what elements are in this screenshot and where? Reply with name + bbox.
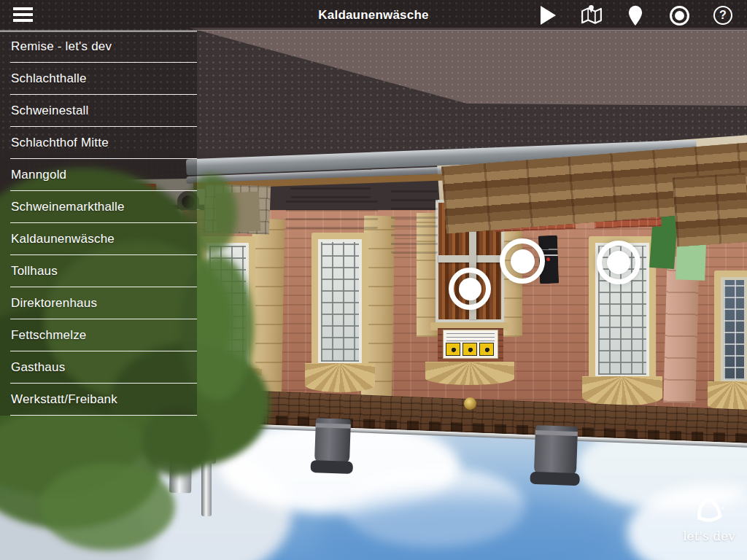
sidebar-item-label: Werkstatt/Freibank [11, 392, 117, 407]
sidebar-item-label: Gasthaus [11, 360, 65, 375]
help-button[interactable]: ? [712, 4, 734, 26]
tree-foliage-hanging [142, 407, 212, 476]
window-glass [318, 239, 362, 365]
sign-text-lines [446, 332, 495, 341]
hotspot-dot [459, 278, 481, 300]
sidebar-scene-item[interactable]: Kaldaunenwäsche [0, 223, 197, 255]
chimney-cap [310, 460, 353, 474]
help-icon: ? [713, 6, 732, 25]
sidebar-item-label: Manngold [11, 168, 66, 182]
location-pin-icon [627, 5, 643, 26]
sidebar-scene-item[interactable]: Schweinestall [0, 95, 197, 127]
sidebar-scene-item[interactable]: Schweinemarkthalle [0, 191, 197, 223]
sidebar-scene-item[interactable]: Direktorenhaus [0, 287, 197, 319]
sidebar-item-label: Schweinestall [11, 104, 89, 118]
chimney [534, 425, 578, 476]
window-arch [708, 381, 747, 411]
hotspot-dot [607, 251, 630, 274]
sidebar-item-label: Schlachthof Mitte [11, 136, 109, 150]
window-glass [721, 277, 747, 383]
chimney [314, 418, 351, 464]
sidebar-item-label: Kaldaunenwäsche [11, 232, 115, 246]
window-arch [305, 363, 375, 392]
record-button[interactable] [668, 4, 690, 26]
red-bench [286, 195, 378, 229]
sidebar-scene-item[interactable]: Manngold [0, 159, 197, 191]
chimney-cap [530, 472, 580, 486]
sidebar-scene-item[interactable]: Gasthaus [0, 351, 197, 384]
lets-dev-watermark: let's dev [673, 490, 746, 543]
sign-pictograms [446, 343, 494, 356]
location-button[interactable] [624, 4, 646, 26]
scene-list: Remise - let's dev Schlachthalle Schwein… [0, 31, 197, 416]
top-bar-actions: ? [537, 0, 734, 31]
warning-sign [443, 330, 498, 359]
sidebar-scene-item[interactable]: Schlachthof Mitte [0, 127, 197, 159]
top-bar: Kaldaunenwäsche [0, 0, 747, 31]
hotspot-dot [511, 249, 535, 273]
lets-dev-logo-icon [689, 490, 729, 528]
hamburger-menu-icon[interactable] [13, 7, 33, 23]
sidebar-scene-item[interactable]: Fettschmelze [0, 319, 197, 351]
sidebar-item-label: Tollhaus [11, 264, 58, 279]
sidebar-scene-item[interactable]: Werkstatt/Freibank [0, 384, 197, 416]
sidebar-scene-item[interactable]: Remise - let's dev [0, 31, 197, 63]
steel-flue-pipe [201, 462, 212, 516]
window-arch [582, 376, 662, 405]
lumber-planks [673, 173, 747, 247]
sidebar-item-label: Direktorenhaus [11, 296, 97, 311]
top-bar-hairline [0, 30, 747, 31]
play-button[interactable] [537, 4, 559, 26]
lets-dev-logo-text: let's dev [673, 529, 746, 543]
scene-sidebar: Remise - let's dev Schlachthalle Schwein… [0, 31, 197, 416]
play-icon [541, 6, 556, 25]
sidebar-scene-item[interactable]: Schlachthalle [0, 63, 197, 95]
chimney-band [316, 423, 351, 429]
red-boxes [391, 187, 438, 254]
record-icon [670, 6, 689, 26]
map-icon [581, 4, 603, 26]
sidebar-item-label: Remise - let's dev [11, 39, 112, 54]
panorama-hotspot[interactable] [449, 268, 491, 310]
sidebar-item-label: Fettschmelze [11, 328, 87, 343]
sidebar-item-label: Schlachthalle [11, 71, 87, 86]
building-window [318, 239, 362, 365]
building-window [721, 277, 747, 383]
tree-foliage-hanging [40, 463, 175, 551]
sidebar-scene-item[interactable]: Tollhaus [0, 255, 197, 287]
app-window: Remise - let's dev Schlachthalle Schwein… [0, 0, 747, 560]
sidebar-item-label: Schweinemarkthalle [11, 200, 125, 214]
map-button[interactable] [581, 4, 603, 26]
panorama-hotspot[interactable] [500, 238, 545, 284]
panorama-hotspot[interactable] [597, 241, 640, 284]
brass-lamp [464, 397, 476, 410]
door-arch [425, 362, 514, 385]
chimney-band [535, 430, 578, 436]
